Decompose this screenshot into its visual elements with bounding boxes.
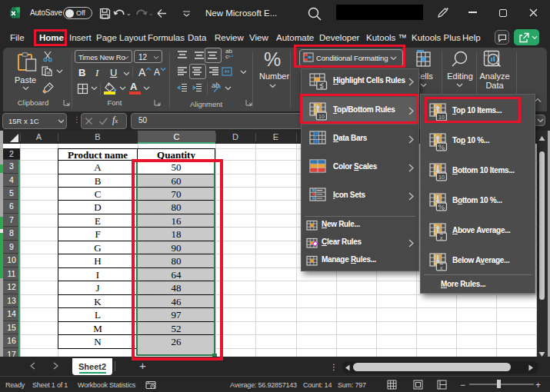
svg-text:x: x [439,234,443,241]
svg-text:x: x [439,264,443,271]
svg-text:10: 10 [438,174,445,180]
